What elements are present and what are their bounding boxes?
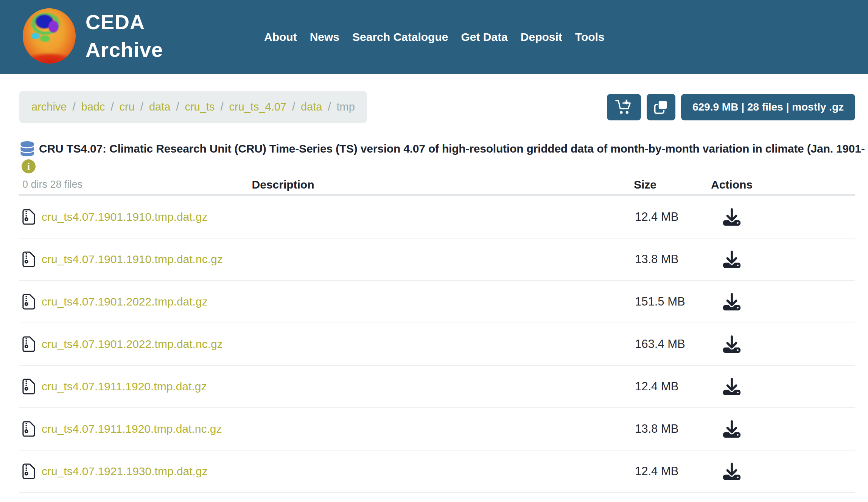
download-button[interactable] xyxy=(720,335,744,353)
table-row: cru_ts4.07.1911.1920.tmp.dat.gz 12.4 MB xyxy=(19,366,855,408)
file-zipper-icon xyxy=(22,463,35,479)
directory-stats-button[interactable]: 629.9 MB | 28 files | mostly .gz xyxy=(681,94,855,120)
file-name: cru_ts4.07.1911.1920.tmp.dat.nc.gz xyxy=(42,422,222,435)
breadcrumb-separator: / xyxy=(328,101,331,113)
column-header-size: Size xyxy=(634,178,656,191)
breadcrumb: archive / badc / cru / data / cru_ts / c… xyxy=(19,91,367,123)
site-header: CEDA Archive About News Search Catalogue… xyxy=(0,0,868,74)
download-icon xyxy=(723,208,740,226)
file-zipper-icon xyxy=(22,251,35,267)
download-button[interactable] xyxy=(720,463,744,480)
dataset-title-row: CRU TS4.07: Climatic Research Unit (CRU)… xyxy=(19,141,855,156)
copy-icon xyxy=(653,99,669,115)
file-zipper-icon xyxy=(22,336,35,352)
nav-item-search-catalogue[interactable]: Search Catalogue xyxy=(352,31,448,44)
download-icon xyxy=(723,378,740,395)
file-table: 0 dirs 28 files Description Size Actions xyxy=(19,174,855,493)
directory-stats-label: 629.9 MB | 28 files | mostly .gz xyxy=(692,101,844,113)
breadcrumb-separator: / xyxy=(73,101,76,113)
nav-item-get-data[interactable]: Get Data xyxy=(461,31,507,44)
dataset-title: CRU TS4.07: Climatic Research Unit (CRU)… xyxy=(39,142,868,155)
breadcrumb-item-tmp-current: tmp xyxy=(337,101,355,113)
download-button[interactable] xyxy=(720,293,744,310)
column-header-actions: Actions xyxy=(711,178,753,191)
breadcrumb-item-cru-ts-4-07[interactable]: cru_ts_4.07 xyxy=(229,101,286,113)
nav-item-about[interactable]: About xyxy=(264,31,297,44)
file-zipper-icon xyxy=(22,209,35,225)
download-icon xyxy=(723,420,740,438)
nav-item-news[interactable]: News xyxy=(310,31,339,44)
ceda-globe-logo-icon xyxy=(23,8,76,64)
file-link[interactable]: cru_ts4.07.1901.2022.tmp.dat.gz xyxy=(22,294,208,310)
breadcrumb-item-badc[interactable]: badc xyxy=(81,101,105,113)
column-header-description: Description xyxy=(19,178,547,191)
file-zipper-icon xyxy=(22,421,35,437)
file-link[interactable]: cru_ts4.07.1901.2022.tmp.dat.nc.gz xyxy=(22,336,223,352)
nav-item-tools[interactable]: Tools xyxy=(575,31,605,44)
file-size: 12.4 MB xyxy=(635,465,678,478)
table-row: cru_ts4.07.1911.1920.tmp.dat.nc.gz 13.8 … xyxy=(19,408,855,451)
file-name: cru_ts4.07.1901.1910.tmp.dat.nc.gz xyxy=(42,253,223,266)
breadcrumb-item-cru-ts[interactable]: cru_ts xyxy=(185,101,215,113)
breadcrumb-separator: / xyxy=(176,101,179,113)
file-name: cru_ts4.07.1911.1920.tmp.dat.gz xyxy=(42,380,207,393)
file-zipper-icon xyxy=(22,379,35,394)
file-name: cru_ts4.07.1901.1910.tmp.dat.gz xyxy=(42,210,208,223)
breadcrumb-item-data[interactable]: data xyxy=(149,101,170,113)
table-row: cru_ts4.07.1901.1910.tmp.dat.gz 12.4 MB xyxy=(19,196,855,239)
file-size: 13.8 MB xyxy=(635,253,678,266)
info-icon[interactable]: i xyxy=(22,159,36,173)
file-size: 13.8 MB xyxy=(635,422,678,436)
breadcrumb-item-archive[interactable]: archive xyxy=(31,101,67,113)
file-size: 151.5 MB xyxy=(635,295,685,309)
main-nav: About News Search Catalogue Get Data Dep… xyxy=(264,0,605,74)
page-content: archive / badc / cru / data / cru_ts / c… xyxy=(0,91,868,493)
breadcrumb-separator: / xyxy=(292,101,295,113)
breadcrumb-item-data-2[interactable]: data xyxy=(301,101,322,113)
file-link[interactable]: cru_ts4.07.1921.1930.tmp.dat.gz xyxy=(22,463,208,479)
file-size: 12.4 MB xyxy=(635,380,678,393)
toolbar-buttons: 629.9 MB | 28 files | mostly .gz xyxy=(607,94,855,120)
file-name: cru_ts4.07.1901.2022.tmp.dat.nc.gz xyxy=(42,338,223,351)
copy-path-button[interactable] xyxy=(647,94,675,120)
table-row: cru_ts4.07.1901.1910.tmp.dat.nc.gz 13.8 … xyxy=(19,239,855,281)
nav-item-deposit[interactable]: Deposit xyxy=(521,31,562,44)
file-size: 163.4 MB xyxy=(635,337,685,351)
download-icon xyxy=(723,293,740,310)
download-button[interactable] xyxy=(720,251,744,268)
database-icon xyxy=(19,141,35,156)
logo-line2: Archive xyxy=(86,36,163,64)
file-name: cru_ts4.07.1901.2022.tmp.dat.gz xyxy=(42,295,208,308)
file-size: 12.4 MB xyxy=(635,210,678,224)
file-link[interactable]: cru_ts4.07.1911.1920.tmp.dat.nc.gz xyxy=(22,421,222,437)
ceda-logo[interactable]: CEDA Archive xyxy=(23,8,163,64)
table-row: cru_ts4.07.1921.1930.tmp.dat.gz 12.4 MB xyxy=(19,451,855,493)
download-button[interactable] xyxy=(720,378,744,395)
table-row: cru_ts4.07.1901.2022.tmp.dat.gz 151.5 MB xyxy=(19,281,855,323)
table-row: cru_ts4.07.1901.2022.tmp.dat.nc.gz 163.4… xyxy=(19,323,855,366)
download-button[interactable] xyxy=(720,208,744,226)
logo-text: CEDA Archive xyxy=(86,8,163,64)
breadcrumb-separator: / xyxy=(110,101,114,113)
file-link[interactable]: cru_ts4.07.1901.1910.tmp.dat.gz xyxy=(22,209,208,225)
breadcrumb-separator: / xyxy=(220,101,223,113)
breadcrumb-separator: / xyxy=(140,101,143,113)
download-icon xyxy=(723,251,740,268)
logo-line1: CEDA xyxy=(86,8,163,36)
add-to-cart-button[interactable] xyxy=(607,94,641,120)
download-icon xyxy=(723,463,740,480)
breadcrumb-item-cru[interactable]: cru xyxy=(120,101,135,113)
cart-arrow-down-icon xyxy=(615,99,633,115)
file-link[interactable]: cru_ts4.07.1911.1920.tmp.dat.gz xyxy=(22,379,207,394)
file-name: cru_ts4.07.1921.1930.tmp.dat.gz xyxy=(42,465,208,478)
table-header-row: 0 dirs 28 files Description Size Actions xyxy=(19,174,855,196)
download-button[interactable] xyxy=(720,420,744,438)
file-zipper-icon xyxy=(22,294,35,310)
file-link[interactable]: cru_ts4.07.1901.1910.tmp.dat.nc.gz xyxy=(22,251,223,267)
toolbar-row: archive / badc / cru / data / cru_ts / c… xyxy=(19,91,855,123)
download-icon xyxy=(723,335,740,353)
